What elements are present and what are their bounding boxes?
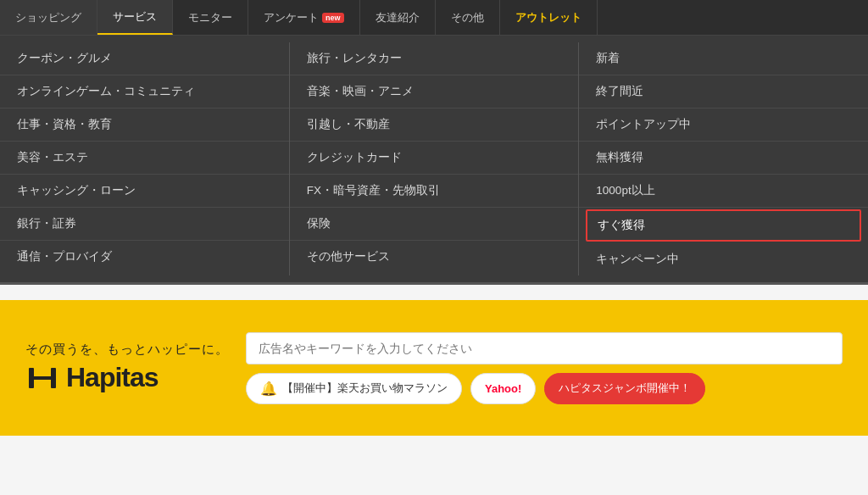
menu-item[interactable]: 新着 <box>579 42 868 75</box>
menu-item[interactable]: 仕事・資格・教育 <box>0 108 289 142</box>
menu-column-1: クーポン・グルメ オンラインゲーム・コミュニティ 仕事・資格・教育 美容・エステ… <box>0 42 290 275</box>
menu-item[interactable]: 1000pt以上 <box>579 175 868 208</box>
rakuten-label: 【開催中】楽天お買い物マラソン <box>282 381 448 396</box>
menu-item[interactable]: 引越し・不動産 <box>290 108 579 142</box>
nav-service[interactable]: サービス <box>97 0 173 35</box>
new-badge: new <box>322 13 344 23</box>
nav-shopping[interactable]: ショッピング <box>0 0 97 35</box>
menu-item[interactable]: その他サービス <box>290 241 579 273</box>
nav-enquete[interactable]: アンケート new <box>248 0 360 35</box>
menu-item[interactable]: 通信・プロバイダ <box>0 241 289 273</box>
rakuten-button[interactable]: 🔔 【開催中】楽天お買い物マラソン <box>246 373 462 404</box>
brand-logo: Hapitas <box>25 361 229 395</box>
menu-item[interactable]: 旅行・レンタカー <box>290 42 579 75</box>
button-row: 🔔 【開催中】楽天お買い物マラソン Yahoo! ハピタスジャンボ開催中！ <box>246 373 843 404</box>
menu-item[interactable]: 終了間近 <box>579 75 868 108</box>
navigation-bar: ショッピング サービス モニター アンケート new 友達紹介 その他 アウトレ… <box>0 0 868 36</box>
menu-item[interactable]: クーポン・グルメ <box>0 42 289 75</box>
menu-item-sugu-kakutoku[interactable]: すぐ獲得 <box>586 209 861 242</box>
menu-item[interactable]: FX・暗号資産・先物取引 <box>290 175 579 208</box>
nav-referral[interactable]: 友達紹介 <box>360 0 436 35</box>
brand-area: その買うを、もっとハッピーに。 Hapitas <box>25 342 229 395</box>
hapitas-logo-icon <box>25 361 59 395</box>
menu-column-2: 旅行・レンタカー 音楽・映画・アニメ 引越し・不動産 クレジットカード FX・暗… <box>290 42 580 275</box>
hapitas-jumbo-button[interactable]: ハピタスジャンボ開催中！ <box>544 373 705 404</box>
menu-item[interactable]: クレジットカード <box>290 142 579 175</box>
bell-icon: 🔔 <box>260 381 277 397</box>
dropdown-menu: クーポン・グルメ オンラインゲーム・コミュニティ 仕事・資格・教育 美容・エステ… <box>0 36 868 285</box>
bottom-section: その買うを、もっとハッピーに。 Hapitas 🔔 【開催中】楽天お買い物マラソ… <box>0 300 868 436</box>
search-input[interactable] <box>246 332 843 364</box>
menu-item[interactable]: 美容・エステ <box>0 142 289 175</box>
menu-item[interactable]: オンラインゲーム・コミュニティ <box>0 75 289 108</box>
spacer <box>0 285 868 300</box>
brand-tagline: その買うを、もっとハッピーに。 <box>25 342 229 358</box>
nav-other[interactable]: その他 <box>436 0 500 35</box>
svg-rect-2 <box>51 368 56 388</box>
brand-name-text: Hapitas <box>66 362 159 393</box>
menu-item[interactable]: 音楽・映画・アニメ <box>290 75 579 108</box>
nav-monitor[interactable]: モニター <box>173 0 248 35</box>
menu-item[interactable]: 無料獲得 <box>579 142 868 175</box>
menu-item[interactable]: ポイントアップ中 <box>579 108 868 142</box>
menu-item[interactable]: キャンペーン中 <box>579 243 868 275</box>
menu-item[interactable]: 保険 <box>290 208 579 241</box>
menu-column-3: 新着 終了間近 ポイントアップ中 無料獲得 1000pt以上 すぐ獲得 キャンペ… <box>579 42 868 275</box>
nav-outlet[interactable]: アウトレット <box>500 0 598 35</box>
search-and-buttons: 🔔 【開催中】楽天お買い物マラソン Yahoo! ハピタスジャンボ開催中！ <box>246 332 843 404</box>
yahoo-label: Yahoo! <box>485 382 521 395</box>
menu-item[interactable]: キャッシング・ローン <box>0 175 289 208</box>
hapitas-jumbo-label: ハピタスジャンボ開催中！ <box>559 381 691 396</box>
menu-item[interactable]: 銀行・証券 <box>0 208 289 241</box>
yahoo-button[interactable]: Yahoo! <box>470 373 536 404</box>
